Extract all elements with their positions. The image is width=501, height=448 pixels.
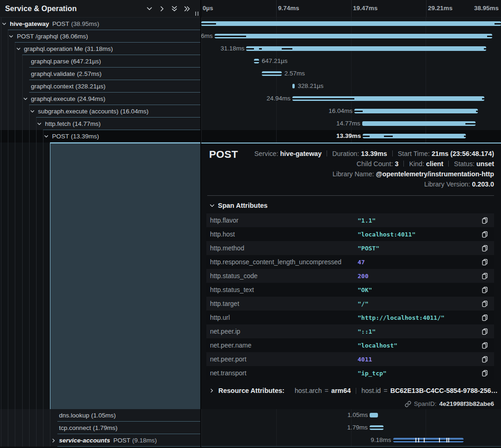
copy-value-button[interactable]	[481, 370, 494, 377]
expand-all-icon[interactable]	[184, 6, 190, 12]
span-collapse-chevron[interactable]	[16, 47, 21, 51]
span-bar[interactable]	[363, 134, 466, 138]
span-bar[interactable]	[215, 34, 492, 38]
timeline-row[interactable]: 31.18ms	[201, 43, 501, 55]
span-row-name-http.fetch[interactable]: http.fetch(14.77ms)	[0, 118, 200, 130]
bar-duration-label: 14.77ms	[331, 118, 360, 130]
span-row-name-graphql.context[interactable]: graphql.context(328.21µs)	[0, 80, 200, 93]
bar-duration-label: 36.06ms	[201, 30, 213, 42]
span-row-name-hive-gateway-post[interactable]: hive-gatewayPOST(38.95ms)	[0, 18, 200, 30]
span-tree: hive-gatewayPOST(38.95ms)POST /graphql(3…	[0, 18, 200, 448]
copy-value-button[interactable]	[481, 328, 494, 335]
span-row-name-post-graphql[interactable]: POST /graphql(36.06ms)	[0, 30, 200, 43]
timeline-row[interactable]: 24.94ms	[201, 93, 501, 105]
span-row-content: dns.lookup(1.05ms)	[57, 409, 200, 422]
bar-duration-label: 647.21µs	[262, 55, 288, 67]
span-collapse-chevron[interactable]	[44, 134, 49, 139]
ruler-label: 0µs	[203, 5, 213, 12]
copy-value-button[interactable]	[481, 231, 494, 238]
copy-value-button[interactable]	[481, 300, 494, 307]
critical-path-segment	[292, 98, 354, 100]
critical-path-segment	[201, 23, 216, 25]
copy-value-button[interactable]	[481, 356, 494, 363]
timeline-row[interactable]: 14.77ms	[201, 118, 501, 130]
span-collapse-chevron[interactable]	[9, 34, 13, 39]
attribute-value: "/"	[358, 300, 481, 307]
span-row-name-tcp.connect[interactable]: tcp.connect(1.79ms)	[0, 422, 200, 434]
span-row-name-graphql.parse[interactable]: graphql.parse(647.21µs)	[0, 55, 200, 68]
resource-attributes-row[interactable]: Resource Attributes:host.arch=arm64host.…	[201, 387, 501, 394]
attribute-key: net.peer.port	[210, 355, 358, 363]
span-duration: (9.18ms)	[132, 437, 157, 444]
span-row-name-subgraph.execute-accounts-[interactable]: subgraph.execute (accounts)(16.04ms)	[0, 105, 200, 118]
resource-value: arm64	[331, 387, 351, 394]
span-row-name-graphql.validate[interactable]: graphql.validate(2.57ms)	[0, 68, 200, 80]
span-collapse-chevron[interactable]	[30, 109, 35, 114]
overview-value: 0.203.0	[472, 180, 494, 188]
operation-name: POST	[52, 20, 69, 27]
span-bar[interactable]	[370, 413, 377, 417]
timeline-row[interactable]: 1.05ms	[201, 409, 501, 422]
overview-line: Service:hive-gatewayDuration:13.39msStar…	[254, 149, 494, 159]
bar-duration-label: 1.79ms	[338, 422, 368, 434]
timeline-row[interactable]: 38.95ms	[201, 18, 501, 30]
indent-guides	[0, 68, 23, 80]
copy-icon	[482, 300, 488, 307]
column-resizer-grip[interactable]	[195, 12, 198, 16]
span-row-name-service-accounts-post[interactable]: service-accountsPOST(9.18ms)	[0, 434, 200, 447]
copy-value-button[interactable]	[481, 217, 494, 224]
expand-one-icon[interactable]	[159, 6, 165, 12]
span-expand-chevron[interactable]	[51, 438, 56, 443]
copy-value-button[interactable]	[481, 314, 494, 321]
link-icon[interactable]	[405, 401, 411, 407]
span-bar[interactable]	[362, 121, 476, 126]
selected-span-detail-backdrop	[50, 143, 200, 409]
span-attributes-title: Span Attributes	[218, 202, 267, 209]
span-collapse-chevron[interactable]	[2, 22, 6, 26]
timeline-row[interactable]: 16.04ms	[201, 105, 501, 118]
copy-icon	[482, 245, 488, 252]
overview-value: @opentelemetry/instrumentation-http	[376, 170, 494, 178]
copy-value-button[interactable]	[481, 342, 494, 349]
timeline-row[interactable]: 2.57ms	[201, 68, 501, 80]
resource-divider	[356, 388, 356, 394]
span-overview: Service:hive-gatewayDuration:13.39msStar…	[254, 149, 494, 189]
copy-value-button[interactable]	[481, 259, 494, 266]
span-collapse-chevron[interactable]	[23, 97, 28, 101]
timeline-row[interactable]: 1.79ms	[201, 422, 501, 434]
resource-key: host.arch	[295, 387, 322, 394]
overview-label: Library Version:	[424, 180, 470, 188]
section-chevron-down-icon	[210, 203, 215, 208]
timeline-row[interactable]: 9.18ms	[201, 434, 501, 447]
span-attributes-section-header[interactable]: Span Attributes	[201, 200, 501, 211]
span-row-name-graphql.execute[interactable]: graphql.execute(24.94ms)	[0, 93, 200, 105]
timeline-row[interactable]: 36.06ms	[201, 30, 501, 43]
attribute-row: http.method"POST"	[206, 241, 494, 255]
collapse-one-icon[interactable]	[146, 6, 153, 12]
attribute-row: http.target"/"	[206, 297, 494, 311]
span-row-name-post[interactable]: POST(13.39ms)	[0, 130, 200, 143]
overview-value: client	[426, 160, 443, 168]
overview-line: Library Version:0.203.0	[254, 179, 494, 189]
span-collapse-chevron[interactable]	[37, 122, 42, 126]
overview-divider	[327, 150, 327, 156]
span-bar[interactable]	[292, 84, 295, 88]
span-duration: (14.77ms)	[73, 120, 101, 127]
span-row-name-graphql.operation-me[interactable]: graphql.operation Me(31.18ms)	[0, 43, 200, 55]
collapse-all-icon[interactable]	[171, 6, 178, 12]
timeline-row[interactable]: 13.39ms	[201, 130, 501, 143]
timeline-row[interactable]: 647.21µs	[201, 55, 501, 68]
copy-value-button[interactable]	[481, 286, 494, 293]
copy-icon	[482, 217, 488, 224]
copy-value-button[interactable]	[481, 245, 494, 252]
attribute-row: http.status_code200	[206, 269, 494, 283]
timeline-row[interactable]: 328.21µs	[201, 80, 501, 93]
service-operation-title: Service & Operation	[5, 5, 146, 13]
span-row-name-dns.lookup[interactable]: dns.lookup(1.05ms)	[0, 409, 200, 422]
attribute-value: 47	[358, 259, 481, 266]
span-bar[interactable]	[201, 21, 501, 26]
span-bar[interactable]	[354, 109, 478, 113]
service-name: hive-gateway	[10, 20, 49, 27]
indent-guides	[0, 130, 44, 143]
copy-value-button[interactable]	[481, 273, 494, 280]
